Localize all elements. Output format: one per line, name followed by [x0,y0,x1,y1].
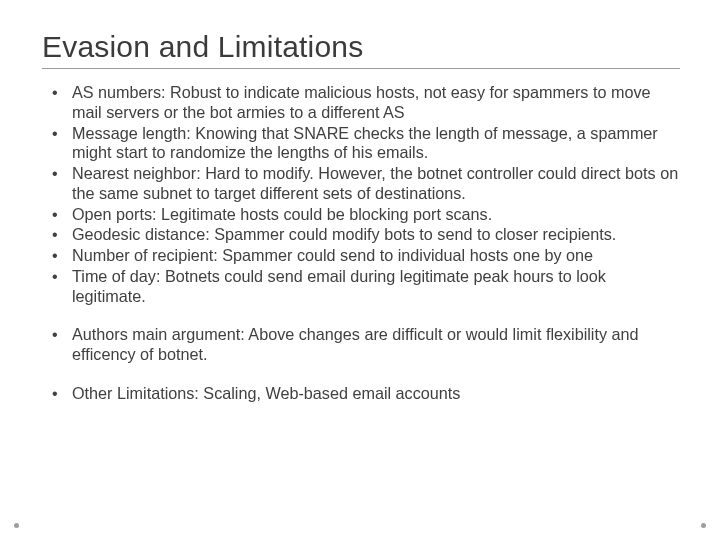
decorative-dot-icon [701,523,706,528]
slide-content: AS numbers: Robust to indicate malicious… [42,83,680,404]
slide: Evasion and Limitations AS numbers: Robu… [0,0,720,540]
bullet-item: Authors main argument: Above changes are… [42,325,680,365]
bullet-item: AS numbers: Robust to indicate malicious… [42,83,680,123]
slide-title: Evasion and Limitations [42,30,680,64]
bullet-item: Nearest neighbor: Hard to modify. Howeve… [42,164,680,204]
group-gap [42,366,680,384]
group-gap [42,307,680,325]
bullet-item: Other Limitations: Scaling, Web-based em… [42,384,680,404]
bullet-group-2: Authors main argument: Above changes are… [42,325,680,365]
bullet-item: Message length: Knowing that SNARE check… [42,124,680,164]
bullet-item: Geodesic distance: Spammer could modify … [42,225,680,245]
decorative-dot-icon [14,523,19,528]
bullet-group-1: AS numbers: Robust to indicate malicious… [42,83,680,306]
bullet-item: Number of recipient: Spammer could send … [42,246,680,266]
bullet-group-3: Other Limitations: Scaling, Web-based em… [42,384,680,404]
title-underline [42,68,680,69]
bullet-item: Time of day: Botnets could send email du… [42,267,680,307]
bullet-item: Open ports: Legitimate hosts could be bl… [42,205,680,225]
